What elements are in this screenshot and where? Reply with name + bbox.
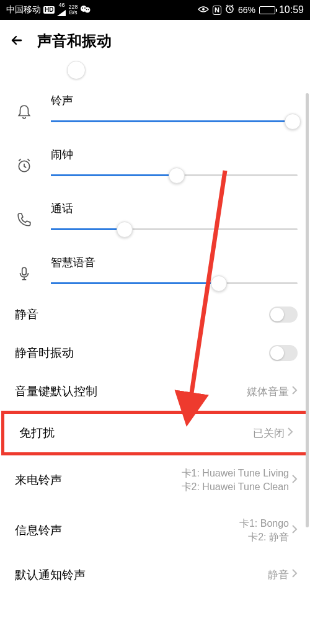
- hd-badge: HD: [43, 6, 55, 14]
- svg-point-4: [86, 9, 87, 10]
- msg-tone-label: 信息铃声: [15, 522, 62, 539]
- slider-label-voice: 智慧语音: [51, 255, 298, 270]
- row-ring-tone[interactable]: 来电铃声 卡1: Huawei Tune Living 卡2: Huawei T…: [0, 455, 310, 506]
- carrier-label: 中国移动: [6, 4, 41, 16]
- row-volume-key[interactable]: 音量键默认控制 媒体音量: [0, 372, 310, 411]
- dnd-value: 已关闭: [253, 426, 285, 441]
- header: 声音和振动: [0, 20, 310, 62]
- slider-row-voice: 智慧语音: [0, 241, 310, 295]
- volume-key-value: 媒体音量: [247, 385, 289, 399]
- slider-thumb-call[interactable]: [117, 221, 133, 238]
- svg-point-6: [202, 8, 205, 11]
- signal-icon: [57, 8, 66, 18]
- scrollbar[interactable]: [306, 93, 309, 527]
- ring-tone-label: 来电铃声: [15, 472, 62, 488]
- row-dnd[interactable]: 免打扰 已关闭: [4, 414, 306, 452]
- chevron-right-icon: [291, 524, 298, 537]
- slider-thumb-alarm[interactable]: [169, 168, 185, 184]
- back-button[interactable]: [7, 32, 25, 50]
- alarm-icon: [15, 158, 33, 174]
- slider-alarm[interactable]: [51, 174, 298, 176]
- status-bar: 中国移动 HD 46 228 B/s N 66% 10:59: [0, 0, 310, 20]
- clock-time: 10:59: [279, 4, 304, 16]
- slider-row-alarm: 闹钟: [0, 133, 310, 187]
- speed-unit: B/s: [69, 10, 77, 16]
- mic-icon: [15, 266, 33, 282]
- svg-rect-9: [22, 267, 27, 275]
- battery-icon: [259, 6, 275, 14]
- volume-key-label: 音量键默认控制: [15, 383, 97, 400]
- slider-label-call: 通话: [51, 201, 298, 216]
- page-title: 声音和振动: [37, 31, 112, 51]
- bell-icon: [15, 104, 33, 120]
- chevron-right-icon: [291, 568, 298, 581]
- mute-toggle[interactable]: [269, 306, 298, 323]
- row-msg-tone[interactable]: 信息铃声 卡1: Bongo 卡2: 静音: [0, 506, 310, 556]
- row-mute[interactable]: 静音: [0, 295, 310, 334]
- alarm-status-icon: [225, 4, 234, 16]
- slider-thumb-voice[interactable]: [211, 275, 227, 292]
- dnd-label: 免打扰: [19, 425, 55, 441]
- slider-voice[interactable]: [51, 282, 298, 284]
- network-badge: 46: [58, 2, 64, 8]
- row-default-notify[interactable]: 默认通知铃声 静音: [0, 556, 310, 594]
- ring-tone-line1: 卡1: Huawei Tune Living: [182, 467, 289, 480]
- battery-percent: 66%: [238, 5, 255, 15]
- row-vibrate-mute[interactable]: 静音时振动: [0, 334, 310, 372]
- slider-label-ringtone: 铃声: [51, 93, 298, 108]
- chevron-right-icon: [291, 385, 298, 398]
- nfc-icon: N: [213, 6, 221, 15]
- svg-point-5: [88, 9, 89, 10]
- annotation-highlight-box: 免打扰 已关闭: [1, 411, 309, 455]
- phone-icon: [15, 212, 33, 228]
- chevron-right-icon: [291, 474, 298, 486]
- slider-row-call: 通话: [0, 187, 310, 241]
- wechat-icon: [80, 5, 91, 16]
- msg-tone-line1: 卡1: Bongo: [239, 517, 289, 530]
- slider-call[interactable]: [51, 228, 298, 230]
- slider-thumb-ringtone[interactable]: [285, 114, 301, 130]
- slider-ringtone[interactable]: [51, 120, 298, 122]
- msg-tone-line2: 卡2: 静音: [239, 530, 289, 544]
- slider-label-alarm: 闹钟: [51, 147, 298, 162]
- svg-point-3: [85, 7, 86, 9]
- ring-tone-line2: 卡2: Huawei Tune Clean: [182, 480, 289, 494]
- vibrate-mute-label: 静音时振动: [15, 345, 74, 361]
- default-notify-label: 默认通知铃声: [15, 567, 86, 583]
- default-notify-value: 静音: [268, 568, 289, 582]
- eye-icon: [198, 5, 209, 15]
- chevron-right-icon: [287, 427, 293, 440]
- vibrate-mute-toggle[interactable]: [269, 345, 298, 361]
- slider-thumb-media[interactable]: [67, 61, 86, 79]
- svg-point-2: [82, 7, 84, 9]
- slider-row-ringtone: 铃声: [0, 79, 310, 133]
- mute-label: 静音: [15, 306, 38, 323]
